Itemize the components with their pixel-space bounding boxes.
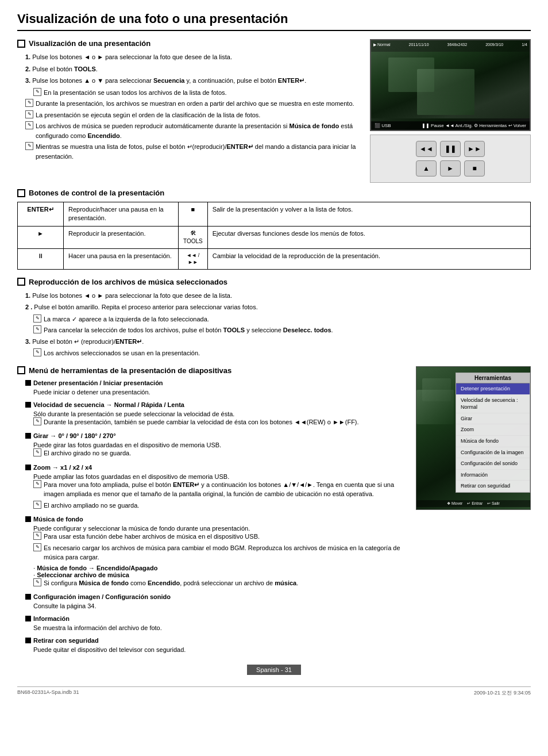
subsection-musica-note1: ✎ Para usar esta función debe haber arch… — [33, 532, 407, 542]
subsection-detener-text: Puede iniciar o detener una presentación… — [33, 389, 407, 396]
prev-btn[interactable]: ◄◄ — [416, 141, 437, 157]
remote-controls: ◄◄ ❚❚ ►► ▲ ► ■ — [370, 135, 531, 183]
page-footer: BN68-02331A-Spa.indb 31 2009-10-21 오전 9:… — [17, 686, 531, 697]
s3-note1: ✎ La marca ✓ aparece a la izquierda de l… — [33, 314, 531, 324]
subsection-musica-bullet2: · Seleccionar archivo de música — [33, 571, 407, 578]
tv-screen: ▶ Normal 2011/11/10 3648x2432 2009/3/10 … — [370, 39, 531, 131]
subsection-girar-title: Girar → 0° / 90° / 180° / 270° — [25, 432, 407, 439]
subsection-config: Configuración imagen / Configuración son… — [17, 593, 407, 609]
note-icon: ✎ — [25, 99, 33, 107]
bullet-icon — [25, 380, 31, 386]
note-icon: ✎ — [33, 501, 41, 509]
section4-header: Menú de herramientas de la presentación … — [17, 366, 407, 375]
note-icon: ✎ — [25, 121, 33, 129]
play-btn[interactable]: ▲ — [416, 160, 437, 176]
page-number-container: Spanish - 31 — [17, 665, 531, 675]
table-val4: Ejecutar diversas funciones desde los me… — [207, 226, 530, 248]
tools-menu-overlay: Herramientas Detener presentación Veloci… — [456, 373, 530, 493]
subsection-girar: Girar → 0° / 90° / 180° / 270° Puede gir… — [17, 432, 407, 458]
section2-checkbox-icon — [17, 189, 25, 197]
section1-checkbox-icon — [17, 40, 25, 48]
note-icon: ✎ — [33, 325, 41, 333]
tools-item-config-sonido: Configuración del sonido — [456, 458, 530, 470]
remote-row1: ◄◄ ❚❚ ►► — [416, 141, 485, 157]
subsection-config-text: Consulte la página 34. — [33, 603, 407, 609]
tools-item-informacion: Información — [456, 470, 530, 481]
tools-item-retirar: Retirar con seguridad — [456, 481, 530, 492]
tools-item-girar: Girar — [456, 413, 530, 425]
subsection-velocidad-title: Velocidad de secuencia → Normal / Rápida… — [25, 401, 407, 408]
table-key3: ► — [18, 226, 64, 248]
subsection-velocidad-text: Sólo durante la presentación se puede se… — [33, 410, 407, 417]
next-btn[interactable]: ►► — [464, 141, 485, 157]
bullet-icon — [25, 594, 31, 600]
step2: 2. Pulse el botón TOOLS. — [25, 64, 361, 74]
table-key1: ENTER↵ — [18, 202, 64, 227]
tools-item-detener: Detener presentación — [456, 383, 530, 395]
subsection-girar-note: ✎ El archivo girado no se guarda. — [33, 448, 407, 458]
table-row: ENTER↵ Reproducir/hacer una pausa en la … — [18, 202, 531, 227]
table-val3: Reproducir la presentación. — [64, 226, 179, 248]
bullet-icon — [25, 433, 31, 439]
note-icon: ✎ — [25, 110, 33, 118]
table-key5: ⏸ — [18, 248, 64, 269]
subsection-musica-bullet2-note: ✎ Si configura Música de fondo como Ence… — [33, 578, 407, 588]
note-icon: ✎ — [33, 88, 41, 96]
note1: ✎ Durante la presentación, los archivos … — [25, 99, 361, 109]
subsection-musica-title: Música de fondo — [25, 516, 407, 523]
s3-step1: 1. Pulse los botones ◄ o ► para seleccio… — [25, 291, 531, 301]
subsection-zoom: Zoom → x1 / x2 / x4 Puede ampliar las fo… — [17, 464, 407, 511]
subsection-zoom-note1: ✎ Para mover una foto ampliada, pulse el… — [33, 480, 407, 499]
subsection-retirar-text: Puede quitar el dispositivo del televiso… — [33, 646, 407, 653]
step3: 3. Pulse los botones ▲ o ▼ para seleccio… — [25, 76, 361, 86]
section3-title: Reproducción de los archivos de música s… — [29, 278, 227, 286]
table-key2: ■ — [179, 202, 208, 227]
note-icon: ✎ — [33, 480, 41, 488]
section4-checkbox-icon — [17, 366, 25, 374]
pause-btn[interactable]: ❚❚ — [440, 141, 461, 157]
step1: 1. Pulse los botones ◄ o ► para seleccio… — [25, 52, 361, 62]
page-number-box: Spanish - 31 — [247, 665, 301, 675]
subsection-detener: Detener presentación / Iniciar presentac… — [17, 379, 407, 396]
tools-item-musica: Música de fondo — [456, 436, 530, 447]
tools-item-velocidad: Velocidad de secuencia : Normal — [456, 395, 530, 413]
table-val5: Hacer una pausa en la presentación. — [64, 248, 179, 269]
stop-btn[interactable]: ■ — [464, 160, 485, 176]
subsection-zoom-text: Puede ampliar las fotos guardadas en el … — [33, 473, 407, 480]
subsection-velocidad-note: ✎ Durante la presentación, también se pu… — [33, 417, 407, 427]
subsection-velocidad: Velocidad de secuencia → Normal / Rápida… — [17, 401, 407, 427]
table-val2: Salir de la presentación y volver a la l… — [207, 202, 530, 227]
section2-title: Botones de control de la presentación — [29, 189, 164, 197]
subsection-info: Información Se muestra la información de… — [17, 615, 407, 631]
subsection-musica-note2: ✎ Es necesario cargar los archivos de mú… — [33, 543, 407, 562]
note-icon: ✎ — [33, 543, 41, 551]
section3: Reproducción de los archivos de música s… — [17, 278, 531, 358]
bullet-icon — [25, 516, 31, 522]
table-key4: 🛠 TOOLS — [179, 226, 208, 248]
tv-overlay-bar: ⬛ USB ❚❚ Pause ◄◄ Ant./Sig. ⚙ Herramient… — [371, 121, 530, 130]
tools-item-zoom: Zoom — [456, 424, 530, 436]
note2: ✎ La presentación se ejecuta según el or… — [25, 110, 361, 120]
subsection-info-title: Información — [25, 615, 407, 622]
play-fwd-btn[interactable]: ► — [440, 160, 461, 176]
section1-title: Visualización de una presentación — [29, 39, 150, 48]
subsection-retirar: Retirar con seguridad Puede quitar el di… — [17, 637, 407, 653]
subsection-musica: Música de fondo Puede configurar y selec… — [17, 516, 407, 588]
table-row: ► Reproducir la presentación. 🛠 TOOLS Ej… — [18, 226, 531, 248]
tools-menu-title: Herramientas — [456, 373, 530, 383]
subsection-zoom-title: Zoom → x1 / x2 / x4 — [25, 464, 407, 471]
s3-note2: ✎ Para cancelar la selección de todos lo… — [33, 325, 531, 335]
note-icon: ✎ — [33, 448, 41, 456]
section4-title: Menú de herramientas de la presentación … — [29, 366, 231, 375]
subsection-detener-title: Detener presentación / Iniciar presentac… — [25, 379, 407, 386]
note-icon: ✎ — [33, 314, 41, 323]
subsection-config-title: Configuración imagen / Configuración son… — [25, 593, 407, 600]
footer-date: 2009-10-21 오전 9:34:05 — [474, 689, 531, 697]
bullet-icon — [25, 465, 31, 470]
subsection-musica-bullet1: · Música de fondo → Encendido/Apagado — [33, 565, 407, 571]
s3-step3: 3. Pulse el botón ↵ (reproducir)/ENTER↵. — [25, 337, 531, 347]
note-icon: ✎ — [33, 532, 41, 540]
note-icon: ✎ — [33, 417, 41, 425]
subsection-girar-text: Puede girar las fotos guardadas en el di… — [33, 442, 407, 448]
page-title: Visualización de una foto o una presenta… — [17, 11, 531, 31]
